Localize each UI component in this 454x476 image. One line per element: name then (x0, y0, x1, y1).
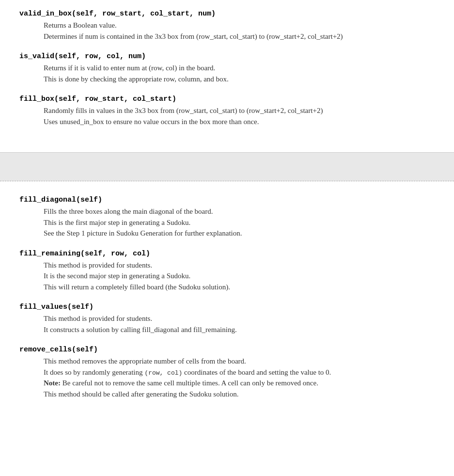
method-desc-fill-box: Randomly fills in values in the 3x3 box … (19, 105, 435, 127)
line2-post: coordinates of the board and setting the… (182, 368, 331, 376)
method-fill-remaining: fill_remaining(self, row, col) This meth… (19, 250, 435, 293)
method-desc-line2: This is done by checking the appropriate… (44, 74, 435, 85)
method-desc-note: Note: Be careful not to remove the same … (44, 378, 435, 389)
line2-code: (row, col) (144, 369, 182, 377)
method-desc-valid-in-box: Returns a Boolean value. Determines if n… (19, 20, 435, 42)
note-bold: Note: (44, 379, 61, 387)
method-remove-cells: remove_cells(self) This method removes t… (19, 346, 435, 399)
line2-pre: It does so by randomly generating (44, 368, 144, 376)
method-desc-line1: This method removes the appropriate numb… (44, 356, 435, 367)
method-fill-values: fill_values(self) This method is provide… (19, 303, 435, 335)
top-section: valid_in_box(self, row_start, col_start,… (0, 0, 454, 152)
method-signature-fill-remaining: fill_remaining(self, row, col) (19, 250, 435, 258)
method-desc-line2: Determines if num is contained in the 3x… (44, 31, 435, 42)
method-signature-valid-in-box: valid_in_box(self, row_start, col_start,… (19, 10, 435, 18)
method-desc-line1: Fills the three boxes along the main dia… (44, 206, 435, 217)
method-desc-line2: It constructs a solution by calling fill… (44, 324, 435, 335)
method-desc-line1: Randomly fills in values in the 3x3 box … (44, 105, 435, 116)
method-signature-fill-diagonal: fill_diagonal(self) (19, 196, 435, 204)
method-fill-box: fill_box(self, row_start, col_start) Ran… (19, 95, 435, 127)
bottom-section: fill_diagonal(self) Fills the three boxe… (0, 181, 454, 425)
method-desc-line2: Uses unused_in_box to ensure no value oc… (44, 116, 435, 127)
method-desc-line2: This is the first major step in generati… (44, 217, 435, 228)
method-desc-line1: Returns if it is valid to enter num at (… (44, 63, 435, 74)
method-signature-fill-box: fill_box(self, row_start, col_start) (19, 95, 435, 103)
method-desc-line1: This method is provided for students. (44, 313, 435, 324)
method-signature-fill-values: fill_values(self) (19, 303, 435, 311)
method-desc-line3: This will return a completely filled boa… (44, 282, 435, 293)
method-desc-is-valid: Returns if it is valid to enter num at (… (19, 63, 435, 84)
method-desc-line2: It does so by randomly generating (row, … (44, 367, 435, 378)
method-valid-in-box: valid_in_box(self, row_start, col_start,… (19, 10, 435, 42)
method-desc-line2: It is the second major step in generatin… (44, 270, 435, 282)
method-desc-line1: This method is provided for students. (44, 260, 435, 271)
method-fill-diagonal: fill_diagonal(self) Fills the three boxe… (19, 196, 435, 239)
method-desc-line1: Returns a Boolean value. (44, 20, 435, 31)
method-desc-fill-remaining: This method is provided for students. It… (19, 260, 435, 293)
method-signature-remove-cells: remove_cells(self) (19, 346, 435, 354)
method-signature-is-valid: is_valid(self, row, col, num) (19, 52, 435, 61)
method-desc-fill-values: This method is provided for students. It… (19, 313, 435, 335)
method-is-valid: is_valid(self, row, col, num) Returns if… (19, 52, 435, 84)
method-desc-remove-cells: This method removes the appropriate numb… (19, 356, 435, 399)
divider-area (0, 152, 454, 181)
method-desc-line3: See the Step 1 picture in Sudoku Generat… (44, 228, 435, 239)
method-desc-line4: This method should be called after gener… (44, 389, 435, 400)
note-text: Be careful not to remove the same cell m… (61, 379, 318, 387)
method-desc-fill-diagonal: Fills the three boxes along the main dia… (19, 206, 435, 239)
